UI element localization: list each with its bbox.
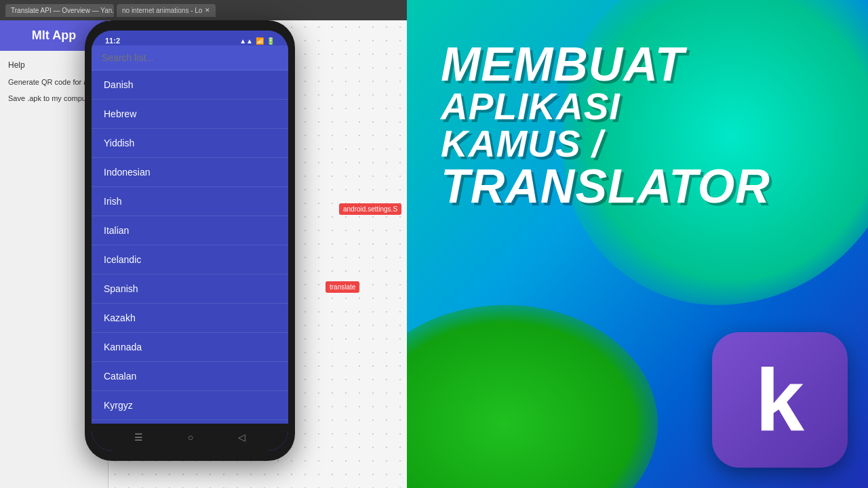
language-item-catalan[interactable]: Catalan: [92, 362, 288, 391]
title-line2: APLIKASI KAMUS /: [441, 88, 732, 163]
title-overlay: MEMBUAT APLIKASI KAMUS / TRANSLATOR: [441, 41, 732, 210]
tab-translate-api[interactable]: Translate API — Overview — Yan... ✕: [5, 4, 114, 17]
left-area: Translate API — Overview — Yan... ✕ no i…: [0, 0, 420, 488]
phone-nav-bar: ☰ ○ ◁: [92, 424, 288, 451]
language-search-bar[interactable]: [92, 45, 288, 70]
phone-back-button[interactable]: ◁: [238, 432, 245, 443]
title-line1: MEMBUAT: [441, 41, 732, 88]
k-letter: k: [755, 356, 804, 444]
language-search-input[interactable]: [102, 52, 278, 63]
wifi-icon: 📶: [256, 37, 264, 45]
title-line3: TRANSLATOR: [441, 163, 732, 210]
battery-icon: 🔋: [267, 37, 275, 45]
k-logo: k: [712, 332, 848, 468]
help-label: Help: [8, 60, 25, 70]
language-list: Danish Hebrew Yiddish Indonesian Irish: [92, 70, 288, 450]
language-item-kannada[interactable]: Kannada: [92, 333, 288, 362]
language-item-icelandic[interactable]: Icelandic: [92, 245, 288, 274]
tab-label-translate: Translate API — Overview — Yan...: [11, 7, 114, 14]
language-item-hebrew[interactable]: Hebrew: [92, 100, 288, 129]
tab-close-no-internet[interactable]: ✕: [205, 7, 210, 14]
language-item-spanish[interactable]: Spanish: [92, 274, 288, 304]
tab-label-no-internet: no internet animations - Lo: [122, 7, 202, 14]
green-curve-decoration: [407, 305, 658, 488]
signal-icon: ▲▲: [239, 37, 253, 45]
phone-screen: 11:2 ▲▲ 📶 🔋 Danish: [92, 30, 288, 451]
phone-signal-icons: ▲▲ 📶 🔋: [239, 37, 275, 45]
block-hint-translate: translate: [326, 281, 359, 293]
tab-no-internet[interactable]: no internet animations - Lo ✕: [117, 4, 216, 17]
phone-time: 11:2: [105, 37, 120, 45]
phone-frame: 11:2 ▲▲ 📶 🔋 Danish: [85, 20, 295, 461]
phone-container: 11:2 ▲▲ 📶 🔋 Danish: [85, 20, 302, 468]
browser-bar: Translate API — Overview — Yan... ✕ no i…: [0, 0, 420, 20]
qr-label: Generate QR code for app: [8, 78, 96, 86]
browser-tabs: Translate API — Overview — Yan... ✕ no i…: [5, 4, 216, 17]
language-item-irish[interactable]: Irish: [92, 187, 288, 216]
language-item-yiddish[interactable]: Yiddish: [92, 129, 288, 158]
language-item-indonesian[interactable]: Indonesian: [92, 158, 288, 187]
apk-label: Save .apk to my computer: [8, 94, 95, 102]
language-item-italian[interactable]: Italian: [92, 216, 288, 245]
right-area: MEMBUAT APLIKASI KAMUS / TRANSLATOR k: [407, 0, 868, 488]
language-item-kyrgyz[interactable]: Kyrgyz: [92, 391, 288, 420]
block-hint-android: android.settings.S: [339, 203, 401, 215]
phone-menu-button[interactable]: ☰: [134, 432, 143, 443]
language-item-kazakh[interactable]: Kazakh: [92, 304, 288, 333]
mit-app-label: MIt App: [32, 28, 76, 42]
phone-status-bar: 11:2 ▲▲ 📶 🔋: [105, 34, 275, 47]
language-item-danish[interactable]: Danish: [92, 70, 288, 100]
phone-home-button[interactable]: ○: [188, 432, 193, 443]
